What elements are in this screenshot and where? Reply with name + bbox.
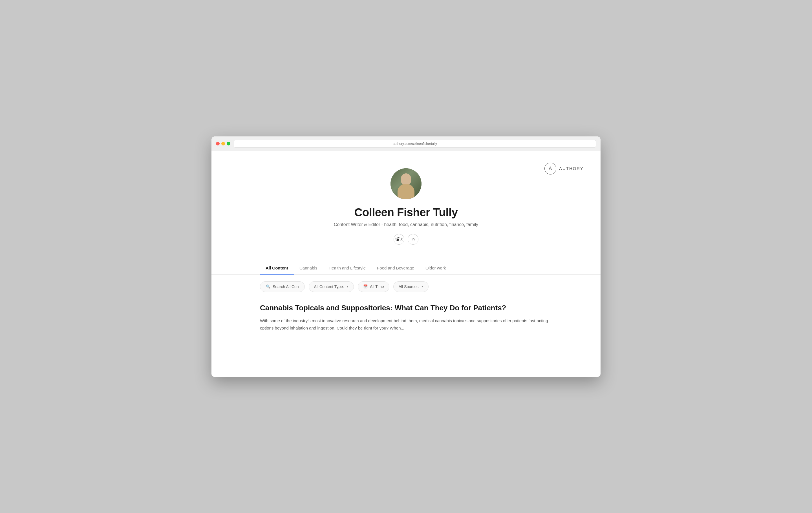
- twitter-icon: [396, 237, 400, 241]
- calendar-icon: 📅: [363, 284, 368, 289]
- tab-all-content[interactable]: All Content: [260, 262, 294, 274]
- content-area: Cannabis Topicals and Suppositories: Wha…: [211, 298, 601, 343]
- content-type-filter[interactable]: All Content Type: ▾: [309, 281, 354, 292]
- chevron-down-icon-sources: ▾: [422, 285, 423, 288]
- browser-chrome: authory.com/colleenfishertully: [211, 137, 601, 151]
- logo-icon: A: [545, 163, 556, 175]
- traffic-lights: [216, 142, 230, 146]
- twitter-text: 𝕏: [400, 237, 403, 242]
- tab-cannabis[interactable]: Cannabis: [294, 262, 323, 274]
- article-title[interactable]: Cannabis Topicals and Suppositories: Wha…: [260, 303, 552, 313]
- social-links: 𝕏 in: [394, 234, 418, 245]
- content-type-label: All Content Type:: [314, 284, 344, 289]
- minimize-button[interactable]: [221, 142, 225, 146]
- logo-area: A AUTHORY: [545, 163, 584, 175]
- tabs-list: All Content Cannabis Health and Lifestyl…: [260, 262, 552, 274]
- search-filter[interactable]: 🔍 Search All Con: [260, 281, 305, 292]
- linkedin-button[interactable]: in: [408, 234, 418, 245]
- profile-name: Colleen Fisher Tully: [354, 206, 458, 219]
- browser-window: authory.com/colleenfishertully A AUTHORY…: [211, 137, 601, 377]
- search-icon: 🔍: [266, 284, 270, 289]
- linkedin-icon: in: [411, 237, 415, 241]
- address-bar[interactable]: authory.com/colleenfishertully: [234, 140, 596, 148]
- profile-bio: Content Writer & Editor - health, food, …: [334, 222, 478, 227]
- profile-section: Colleen Fisher Tully Content Writer & Ed…: [211, 151, 601, 256]
- tabs-container: All Content Cannabis Health and Lifestyl…: [211, 262, 601, 275]
- logo-name: AUTHORY: [559, 166, 584, 171]
- url-text: authory.com/colleenfishertully: [393, 142, 437, 146]
- close-button[interactable]: [216, 142, 220, 146]
- time-label: All Time: [370, 284, 384, 289]
- twitter-button[interactable]: 𝕏: [394, 234, 404, 245]
- logo-letter: A: [549, 166, 552, 171]
- avatar-image: [390, 168, 422, 199]
- filters-row: 🔍 Search All Con All Content Type: ▾ 📅 A…: [211, 275, 601, 298]
- tab-older-work[interactable]: Older work: [420, 262, 452, 274]
- page-content: A AUTHORY Colleen Fisher Tully Content W…: [211, 151, 601, 377]
- sources-filter[interactable]: All Sources ▾: [393, 281, 429, 292]
- maximize-button[interactable]: [227, 142, 230, 146]
- chevron-down-icon: ▾: [347, 285, 348, 288]
- sources-label: All Sources: [399, 284, 419, 289]
- tab-food-beverage[interactable]: Food and Beverage: [371, 262, 420, 274]
- article-excerpt: With some of the industry's most innovat…: [260, 317, 552, 331]
- search-placeholder: Search All Con: [273, 284, 299, 289]
- avatar: [390, 168, 422, 199]
- time-filter[interactable]: 📅 All Time: [358, 281, 389, 292]
- tab-health-lifestyle[interactable]: Health and Lifestyle: [323, 262, 371, 274]
